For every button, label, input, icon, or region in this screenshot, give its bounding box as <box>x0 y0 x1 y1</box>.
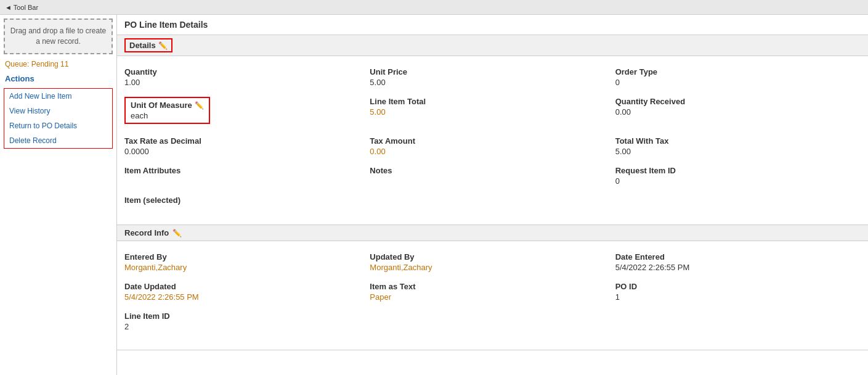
field-value-unit-of-measure: each <box>131 111 204 120</box>
field-item-selected: Item (selected) <box>124 191 370 211</box>
field-label-unit-price: Unit Price <box>370 67 607 76</box>
field-value-request-item-id: 0 <box>615 176 853 186</box>
field-label-tax-rate-as-decimal: Tax Rate as Decimal <box>124 136 362 146</box>
toolbar: ◄ Tool Bar <box>0 0 868 15</box>
field-value-updated-by: Morganti,Zachary <box>370 263 607 272</box>
details-fields-grid: Quantity 1.00Unit Price 5.00Order Type 0… <box>117 56 868 217</box>
record-info-fields-grid: Entered By Morganti,ZacharyUpdated By Mo… <box>117 241 868 342</box>
details-section: Details ✏️ Quantity 1.00Unit Price 5.00O… <box>117 35 868 225</box>
field-item-as-text: Item as Text Paper <box>370 277 615 307</box>
details-section-header: Details ✏️ <box>117 35 868 56</box>
field-label-line-item-id: Line Item ID <box>124 311 362 321</box>
field-value-order-type: 0 <box>615 78 853 87</box>
field-order-type: Order Type 0 <box>615 62 861 92</box>
drag-drop-area[interactable]: Drag and drop a file to create a new rec… <box>4 19 113 54</box>
field-label-line-item-total: Line Item Total <box>370 97 607 106</box>
details-edit-icon[interactable]: ✏️ <box>158 41 168 50</box>
menu-item-delete-record[interactable]: Delete Record <box>4 133 112 148</box>
field-label-total-with-tax: Total With Tax <box>615 136 853 146</box>
field-value-line-item-id: 2 <box>124 322 362 331</box>
field-item-attributes: Item Attributes <box>124 161 370 191</box>
field-label-updated-by: Updated By <box>370 252 607 262</box>
details-header-bordered: Details ✏️ <box>124 38 172 52</box>
queue-count: 11 <box>60 60 68 68</box>
field-notes: Notes <box>370 161 615 191</box>
field-value-entered-by: Morganti,Zachary <box>124 263 362 272</box>
field-updated-by: Updated By Morganti,Zachary <box>370 247 615 277</box>
menu-item-add-new-line-item[interactable]: Add New Line Item <box>4 89 112 104</box>
field-label-unit-of-measure: Unit Of Measure ✏️ <box>131 101 204 110</box>
content-area: PO Line Item Details Details ✏️ Quantity… <box>117 15 868 375</box>
field-label-item-as-text: Item as Text <box>370 282 607 291</box>
field-value-po-id: 1 <box>615 292 853 302</box>
field-label-date-updated: Date Updated <box>124 282 362 291</box>
field-quantity: Quantity 1.00 <box>124 62 370 92</box>
actions-label: Actions <box>0 70 116 86</box>
record-info-section: Record Info ✏️ Entered By Morganti,Zacha… <box>117 225 868 350</box>
field-label-item-attributes: Item Attributes <box>124 166 362 175</box>
field-date-entered: Date Entered 5/4/2022 2:26:55 PM <box>615 247 861 277</box>
record-info-edit-icon[interactable]: ✏️ <box>172 229 182 237</box>
sidebar: Drag and drop a file to create a new rec… <box>0 15 117 375</box>
field-unit-price: Unit Price 5.00 <box>370 62 615 92</box>
field-value-total-with-tax: 5.00 <box>615 147 853 156</box>
menu-item-view-history[interactable]: View History <box>4 104 112 118</box>
field-line-item-id: Line Item ID 2 <box>124 307 370 336</box>
field-label-tax-amount: Tax Amount <box>370 136 607 146</box>
field-label-date-entered: Date Entered <box>615 252 853 262</box>
field-label-order-type: Order Type <box>615 67 853 76</box>
field-value-quantity-received: 0.00 <box>615 107 853 117</box>
field-label-notes: Notes <box>370 166 607 175</box>
record-info-header-title: Record Info <box>124 228 169 237</box>
field-label-item-selected: Item (selected) <box>124 196 362 205</box>
field-date-updated: Date Updated 5/4/2022 2:26:55 PM <box>124 277 370 307</box>
field-value-item-as-text: Paper <box>370 292 607 302</box>
field-label-quantity: Quantity <box>124 67 362 76</box>
back-arrow-icon[interactable]: ◄ Tool Bar <box>5 4 38 11</box>
field-unit-of-measure: Unit Of Measure ✏️ each <box>124 92 370 131</box>
field-label-request-item-id: Request Item ID <box>615 166 853 175</box>
uom-edit-icon[interactable]: ✏️ <box>195 101 204 110</box>
field-label-po-id: PO ID <box>615 282 853 291</box>
field-value-quantity: 1.00 <box>124 78 362 87</box>
main-layout: Drag and drop a file to create a new rec… <box>0 15 868 375</box>
field-label-quantity-received: Quantity Received <box>615 97 853 106</box>
field-entered-by: Entered By Morganti,Zachary <box>124 247 370 277</box>
field-value-tax-rate-as-decimal: 0.0000 <box>124 147 362 156</box>
queue-info: Queue: Pending 11 <box>0 58 116 70</box>
page-title: PO Line Item Details <box>117 15 868 35</box>
menu-item-return-to-po-details[interactable]: Return to PO Details <box>4 118 112 133</box>
field-value-date-entered: 5/4/2022 2:26:55 PM <box>615 263 853 272</box>
field-total-with-tax: Total With Tax 5.00 <box>615 131 861 161</box>
field-value-unit-price: 5.00 <box>370 78 607 87</box>
field-value-line-item-total: 5.00 <box>370 107 607 117</box>
field-quantity-received: Quantity Received 0.00 <box>615 92 861 131</box>
field-tax-rate-as-decimal: Tax Rate as Decimal 0.0000 <box>124 131 370 161</box>
field-request-item-id: Request Item ID 0 <box>615 161 861 191</box>
details-header-title: Details <box>129 41 156 50</box>
field-tax-amount: Tax Amount 0.00 <box>370 131 615 161</box>
field-line-item-total: Line Item Total 5.00 <box>370 92 615 131</box>
field-po-id: PO ID 1 <box>615 277 861 307</box>
queue-label: Queue: Pending <box>5 60 59 68</box>
field-value-date-updated: 5/4/2022 2:26:55 PM <box>124 292 362 302</box>
field-value-tax-amount: 0.00 <box>370 147 607 156</box>
actions-menu: Add New Line ItemView HistoryReturn to P… <box>4 88 113 149</box>
record-info-section-header: Record Info ✏️ <box>117 225 868 241</box>
field-label-entered-by: Entered By <box>124 252 362 262</box>
